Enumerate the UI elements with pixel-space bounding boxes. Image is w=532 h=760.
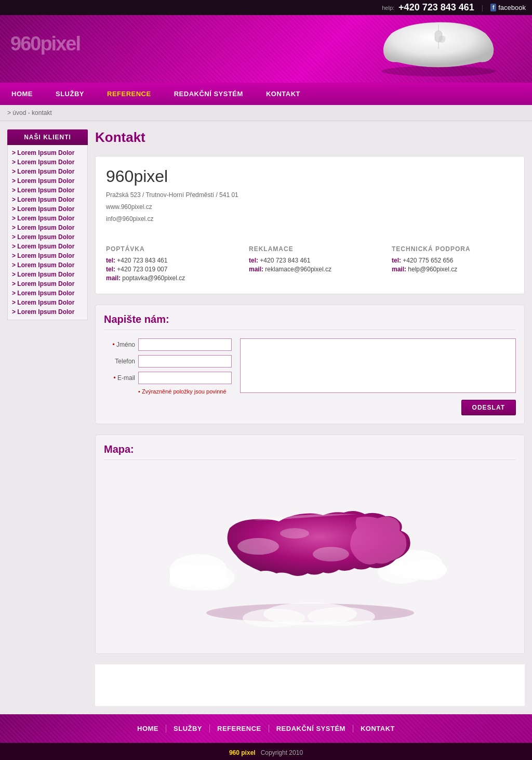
input-telefon[interactable] <box>138 355 232 368</box>
czech-map <box>170 479 450 635</box>
sidebar-title: NAŠI KLIENTI <box>7 129 88 145</box>
company-info-box: 960pixel Pražská 523 / Trutnov-Horní Pře… <box>95 156 525 294</box>
form-textarea-wrapper <box>240 338 516 395</box>
form-row-telefon: Telefon <box>104 355 232 368</box>
poptavka-mail: mail: poptavka@960pixel.cz <box>106 274 228 282</box>
contacts-row: POPTÁVKA tel: +420 723 843 461 tel: +420… <box>106 237 514 283</box>
help-label: help: <box>382 5 394 11</box>
separator: | <box>482 4 483 11</box>
sidebar-item[interactable]: > Lorem Ipsum Dolor <box>10 298 85 307</box>
footer-nav-kontakt[interactable]: KONTAKT <box>353 725 402 732</box>
company-email: info@960pixel.cz <box>106 214 514 224</box>
nav-sluzby[interactable]: SLUŽBY <box>44 83 96 105</box>
sidebar-item[interactable]: > Lorem Ipsum Dolor <box>10 307 85 317</box>
topbar: help: +420 723 843 461 | f facebook <box>0 0 532 15</box>
facebook-icon: f <box>490 4 496 11</box>
sidebar-item[interactable]: > Lorem Ipsum Dolor <box>10 176 85 186</box>
footer-copy-text <box>257 749 259 756</box>
nav-home[interactable]: HOME <box>0 83 44 105</box>
main-nav: HOME SLUŽBY REFERENCE REDAKČNÍ SYSTÉM KO… <box>0 83 532 105</box>
company-name-text: pixel <box>134 167 168 186</box>
company-name: 960pixel <box>106 167 514 186</box>
form-fields: Jméno Telefon E-mail • Zvýrazněné položk… <box>104 338 232 395</box>
reklamace-tel: tel: +420 723 843 461 <box>249 257 371 264</box>
phone-number: +420 723 843 461 <box>398 2 474 13</box>
nav-kontakt[interactable]: KONTAKT <box>255 83 312 105</box>
contact-reklamace-title: REKLAMACE <box>249 245 371 253</box>
nav-reference[interactable]: REFERENCE <box>96 83 163 105</box>
sidebar-item[interactable]: > Lorem Ipsum Dolor <box>10 260 85 270</box>
techpodpora-mail: mail: help@960pixel.cz <box>392 266 514 273</box>
footer-nav-home[interactable]: HOME <box>130 725 166 732</box>
reklamace-mail: mail: reklamace@960pixel.cz <box>249 266 371 273</box>
map-container <box>104 468 516 645</box>
sidebar-item[interactable]: > Lorem Ipsum Dolor <box>10 214 85 223</box>
company-website: www.960pixel.cz <box>106 202 514 212</box>
sidebar-item[interactable]: > Lorem Ipsum Dolor <box>10 289 85 298</box>
sidebar-item[interactable]: > Lorem Ipsum Dolor <box>10 251 85 260</box>
copyright-text: Copyright 2010 <box>261 749 303 756</box>
contact-poptavka: POPTÁVKA tel: +420 723 843 461 tel: +420… <box>106 245 228 283</box>
sidebar-item[interactable]: > Lorem Ipsum Dolor <box>10 148 85 158</box>
message-textarea[interactable] <box>240 338 516 393</box>
poptavka-tel1: tel: +420 723 843 461 <box>106 257 228 264</box>
form-section-title: Napište nám: <box>104 313 516 330</box>
hint-text: • Zvýrazněné položky jsou povinné <box>138 388 227 395</box>
input-email[interactable] <box>138 372 232 384</box>
sidebar-item[interactable]: > Lorem Ipsum Dolor <box>10 167 85 176</box>
facebook-label: facebook <box>498 4 526 11</box>
sidebar-item[interactable]: > Lorem Ipsum Dolor <box>10 204 85 214</box>
label-jmeno: Jméno <box>104 341 135 348</box>
footer-copyright: 960 pixel Copyright 2010 <box>0 743 532 760</box>
contact-reklamace: REKLAMACE tel: +420 723 843 461 mail: re… <box>249 245 371 283</box>
svg-point-11 <box>243 609 305 627</box>
company-address: Pražská 523 / Trutnov-Horní Předměstí / … <box>106 190 514 200</box>
poptavka-tel2: tel: +420 723 019 007 <box>106 266 228 273</box>
sidebar-item[interactable]: > Lorem Ipsum Dolor <box>10 279 85 289</box>
sidebar-list: > Lorem Ipsum Dolor> Lorem Ipsum Dolor> … <box>7 145 88 320</box>
contact-techpodpora-title: TECHNICKÁ PODPORA <box>392 245 514 253</box>
sidebar-item[interactable]: > Lorem Ipsum Dolor <box>10 195 85 204</box>
logo-number: 960 <box>10 33 40 55</box>
footer-nav-reference[interactable]: REFERENCE <box>210 725 269 732</box>
sidebar-item[interactable]: > Lorem Ipsum Dolor <box>10 223 85 232</box>
content-area: Kontakt 960pixel Pražská 523 / Trutnov-H… <box>95 129 525 706</box>
contact-techpodpora: TECHNICKÁ PODPORA tel: +420 775 652 656 … <box>392 245 514 283</box>
input-jmeno[interactable] <box>138 338 232 351</box>
submit-button[interactable]: ODESLAT <box>461 400 516 415</box>
svg-point-14 <box>313 547 349 561</box>
site-header: 960pixel <box>0 15 532 83</box>
sidebar-item[interactable]: > Lorem Ipsum Dolor <box>10 158 85 167</box>
mouse-illustration <box>366 20 511 77</box>
svg-point-13 <box>237 538 279 555</box>
breadcrumb: > úvod - kontakt <box>0 105 532 121</box>
sidebar-item[interactable]: > Lorem Ipsum Dolor <box>10 270 85 279</box>
map-box: Mapa: <box>95 435 525 654</box>
label-telefon: Telefon <box>104 358 135 365</box>
white-spacer <box>95 664 525 706</box>
facebook-link[interactable]: f facebook <box>490 4 526 11</box>
footer-nav: HOME SLUŽBY REFERENCE REDAKČNÍ SYSTÉM KO… <box>0 714 532 743</box>
svg-point-15 <box>280 528 309 539</box>
footer-nav-links: HOME SLUŽBY REFERENCE REDAKČNÍ SYSTÉM KO… <box>0 725 532 732</box>
svg-point-12 <box>308 607 375 626</box>
logo: 960pixel <box>10 25 80 57</box>
map-section-title: Mapa: <box>104 443 516 460</box>
contact-poptavka-title: POPTÁVKA <box>106 245 228 253</box>
techpodpora-tel: tel: +420 775 652 656 <box>392 257 514 264</box>
form-row-email: E-mail <box>104 372 232 384</box>
form-row-jmeno: Jméno <box>104 338 232 351</box>
sidebar-item[interactable]: > Lorem Ipsum Dolor <box>10 186 85 195</box>
footer-nav-sluzby[interactable]: SLUŽBY <box>166 725 210 732</box>
svg-point-0 <box>381 66 496 76</box>
footer-nav-redakcni[interactable]: REDAKČNÍ SYSTÉM <box>269 725 353 732</box>
page-title: Kontakt <box>95 129 525 149</box>
sidebar-item[interactable]: > Lorem Ipsum Dolor <box>10 232 85 242</box>
form-inner: Jméno Telefon E-mail • Zvýrazněné položk… <box>104 338 516 395</box>
sidebar: NAŠI KLIENTI > Lorem Ipsum Dolor> Lorem … <box>7 129 88 706</box>
company-name-num: 960 <box>106 167 134 186</box>
sidebar-item[interactable]: > Lorem Ipsum Dolor <box>10 242 85 251</box>
nav-redakcni[interactable]: REDAKČNÍ SYSTÉM <box>163 83 255 105</box>
logo-text: pixel <box>40 33 80 55</box>
main-content: NAŠI KLIENTI > Lorem Ipsum Dolor> Lorem … <box>0 121 532 714</box>
